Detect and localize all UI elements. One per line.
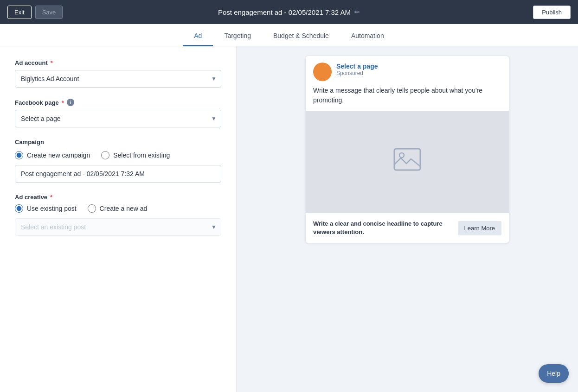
avatar — [313, 63, 332, 81]
ad-preview-header: Select a page Sponsored — [306, 56, 509, 86]
use-existing-post-label: Use existing post — [27, 205, 77, 212]
tab-automation[interactable]: Automation — [340, 26, 395, 46]
ad-account-select-wrapper: Biglytics Ad Account ▼ — [15, 70, 221, 88]
ad-preview-footer: Write a clear and concise headline to ca… — [306, 213, 509, 243]
campaign-existing-option[interactable]: Select from existing — [101, 151, 170, 159]
existing-post-select-wrapper: Select an existing post ▼ — [15, 218, 221, 236]
campaign-name-input[interactable] — [15, 165, 221, 183]
ad-creative-radio-group: Use existing post Create a new ad — [15, 204, 221, 213]
ad-headline: Write a clear and concise headline to ca… — [313, 220, 443, 236]
image-placeholder-icon — [393, 148, 421, 176]
campaign-radio-group: Create new campaign Select from existing — [15, 151, 221, 159]
create-new-ad-option[interactable]: Create a new ad — [88, 204, 148, 213]
ad-page-info: Select a page Sponsored — [336, 63, 378, 76]
right-panel: Select a page Sponsored Write a message … — [237, 46, 578, 392]
facebook-page-select-wrapper: Select a page ▼ — [15, 110, 221, 127]
exit-button[interactable]: Exit — [7, 6, 32, 19]
facebook-page-required: * — [62, 99, 64, 106]
main-layout: Ad account * Biglytics Ad Account ▼ Face… — [0, 46, 578, 392]
topbar-right: Publish — [533, 6, 571, 19]
topbar: Exit Save Post engagement ad - 02/05/202… — [0, 0, 578, 24]
campaign-new-option[interactable]: Create new campaign — [15, 151, 90, 159]
facebook-page-group: Facebook page * i Select a page ▼ — [15, 99, 221, 127]
tab-budget-schedule[interactable]: Budget & Schedule — [262, 26, 340, 46]
campaign-existing-radio[interactable] — [101, 151, 109, 159]
campaign-new-radio[interactable] — [15, 151, 23, 159]
ad-sponsored-label: Sponsored — [336, 70, 378, 76]
ad-image-placeholder — [306, 111, 509, 213]
svg-point-1 — [399, 153, 404, 158]
ad-account-select[interactable]: Biglytics Ad Account — [15, 70, 221, 88]
existing-post-select[interactable]: Select an existing post — [15, 218, 221, 236]
tab-targeting[interactable]: Targeting — [213, 26, 262, 46]
ad-creative-group: Ad creative * Use existing post Create a… — [15, 194, 221, 236]
create-new-ad-radio[interactable] — [88, 204, 96, 213]
ad-message: Write a message that clearly tells peopl… — [306, 86, 509, 111]
ad-account-required: * — [51, 59, 53, 66]
ad-account-label: Ad account * — [15, 59, 221, 66]
svg-rect-0 — [394, 149, 420, 170]
create-new-ad-label: Create a new ad — [100, 205, 148, 212]
ad-preview-card: Select a page Sponsored Write a message … — [305, 56, 509, 243]
ad-page-name[interactable]: Select a page — [336, 63, 378, 70]
campaign-group: Campaign Create new campaign Select from… — [15, 139, 221, 183]
use-existing-post-option[interactable]: Use existing post — [15, 204, 77, 213]
tab-ad[interactable]: Ad — [183, 26, 213, 46]
topbar-center: Post engagement ad - 02/05/2021 7:32 AM … — [218, 8, 360, 16]
campaign-label: Campaign — [15, 139, 221, 145]
facebook-page-label: Facebook page * i — [15, 99, 221, 106]
topbar-left: Exit Save — [7, 6, 63, 19]
ad-creative-label: Ad creative * — [15, 194, 221, 201]
campaign-new-label: Create new campaign — [27, 152, 90, 159]
campaign-existing-label: Select from existing — [113, 152, 170, 159]
page-title: Post engagement ad - 02/05/2021 7:32 AM — [218, 8, 351, 16]
info-icon: i — [67, 99, 74, 106]
ad-creative-required: * — [50, 194, 52, 201]
save-button[interactable]: Save — [35, 6, 63, 19]
facebook-page-select[interactable]: Select a page — [15, 110, 221, 127]
use-existing-post-radio[interactable] — [15, 204, 23, 213]
help-button[interactable]: Help — [539, 364, 569, 383]
learn-more-button[interactable]: Learn More — [458, 221, 501, 235]
ad-account-group: Ad account * Biglytics Ad Account ▼ — [15, 59, 221, 88]
edit-icon[interactable]: ✏ — [354, 8, 360, 16]
publish-button[interactable]: Publish — [533, 6, 571, 19]
left-panel: Ad account * Biglytics Ad Account ▼ Face… — [0, 46, 237, 392]
tabs-bar: Ad Targeting Budget & Schedule Automatio… — [0, 24, 578, 46]
